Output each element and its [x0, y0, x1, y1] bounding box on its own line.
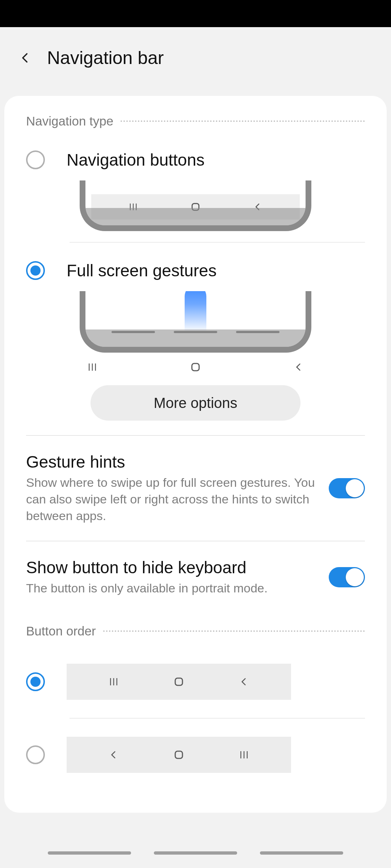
back-icon [251, 200, 265, 214]
settings-card: Navigation type Navigation buttons Full … [4, 96, 387, 813]
home-icon [172, 675, 186, 689]
setting-title: Gesture hints [26, 452, 318, 472]
gesture-hint-bar [154, 851, 237, 855]
radio-label: Navigation buttons [67, 150, 205, 170]
radio-option-full-screen-gestures[interactable]: Full screen gestures [4, 243, 387, 288]
home-icon [188, 360, 203, 374]
gesture-hint-bar [236, 331, 279, 333]
radio-icon [26, 150, 45, 169]
radio-icon [26, 745, 45, 764]
home-icon [172, 748, 186, 762]
section-label: Button order [26, 624, 96, 638]
toggle-show-button-hide-keyboard[interactable] [329, 567, 365, 587]
svg-rect-11 [175, 678, 182, 685]
radio-icon [26, 672, 45, 691]
radio-option-order-back-home-recents[interactable] [4, 726, 387, 784]
svg-rect-3 [192, 204, 199, 210]
app-bar: Navigation bar [0, 27, 391, 89]
section-label: Navigation type [26, 114, 113, 128]
back-icon [237, 675, 251, 689]
section-divider-dots [121, 120, 365, 122]
gesture-hint-bar [48, 851, 131, 855]
recent-apps-icon [126, 200, 140, 214]
divider [70, 718, 365, 719]
svg-rect-7 [192, 363, 199, 371]
section-divider-dots [103, 630, 365, 632]
status-bar [0, 0, 391, 27]
radio-option-order-recents-home-back[interactable] [4, 653, 387, 711]
gesture-hint-bar [112, 331, 155, 333]
radio-option-navigation-buttons[interactable]: Navigation buttons [4, 143, 387, 177]
illustration-gestures [4, 288, 387, 353]
toggle-gesture-hints[interactable] [329, 478, 365, 498]
gesture-hint-bar [174, 331, 217, 333]
recent-apps-icon [85, 360, 100, 374]
system-gesture-hints[interactable] [0, 838, 391, 868]
setting-show-button-hide-keyboard[interactable]: Show button to hide keyboard The button … [4, 541, 387, 613]
radio-icon [26, 261, 45, 280]
setting-subtitle: The button is only available in portrait… [26, 580, 318, 597]
button-order-preview [67, 664, 291, 700]
gesture-hint-bar [260, 851, 343, 855]
section-header-button-order: Button order [4, 613, 387, 653]
section-header-navigation-type: Navigation type [4, 107, 387, 143]
setting-title: Show button to hide keyboard [26, 558, 318, 577]
illustration-nav-buttons [4, 177, 387, 242]
gesture-icons-legend [4, 353, 387, 382]
back-icon [106, 748, 121, 762]
back-icon [291, 360, 306, 374]
button-order-preview [67, 737, 291, 773]
setting-gesture-hints[interactable]: Gesture hints Show where to swipe up for… [4, 436, 387, 541]
setting-subtitle: Show where to swipe up for full screen g… [26, 475, 318, 524]
radio-label: Full screen gestures [67, 261, 216, 280]
page-title: Navigation bar [47, 47, 164, 68]
recent-apps-icon [106, 675, 121, 689]
gesture-thumb-icon [185, 291, 206, 332]
home-icon [188, 200, 203, 214]
more-options-button[interactable]: More options [91, 385, 300, 421]
recent-apps-icon [237, 748, 251, 762]
svg-rect-12 [175, 751, 182, 758]
back-button[interactable] [18, 51, 33, 65]
